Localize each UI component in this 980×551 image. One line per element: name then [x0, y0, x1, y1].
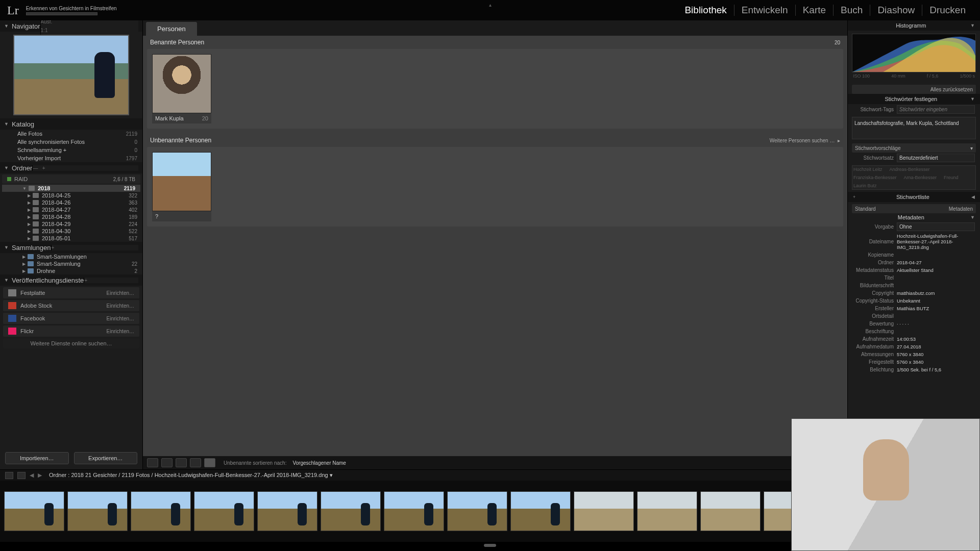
collection-row[interactable]: ▶Smart-Sammlungen — [0, 253, 142, 260]
tab-people[interactable]: Personen — [146, 22, 197, 36]
keywords-applied[interactable]: Landschaftsfotografie, Mark Kupla, Schot… — [852, 117, 976, 139]
catalog-header[interactable]: ▼ Katalog — [0, 118, 142, 130]
navigator-preview[interactable] — [0, 32, 142, 118]
nav-fwd-icon[interactable]: ▶ — [38, 472, 42, 479]
keyword-suggestion[interactable]: Hochzeit Leitz — [853, 167, 883, 172]
module-entwickeln[interactable]: Entwickeln — [734, 5, 795, 16]
catalog-row[interactable]: Schnellsammlung +0 — [0, 146, 142, 154]
keyword-suggestion[interactable]: Arna-Benkesser — [904, 175, 937, 180]
metadata-row[interactable]: Aufnahmezeit14:00:53 — [848, 335, 980, 343]
view-survey-button[interactable] — [190, 458, 201, 467]
filmstrip-thumb[interactable] — [447, 491, 507, 531]
folder-row[interactable]: ▶2018-05-01517 — [0, 235, 142, 242]
metadata-row[interactable]: Abmessungen5760 x 3840 — [848, 350, 980, 358]
collections-header[interactable]: ▼ Sammlungen + — [0, 242, 142, 253]
module-karte[interactable]: Karte — [795, 5, 833, 16]
filmstrip-thumb[interactable] — [4, 491, 64, 531]
folder-row[interactable]: ▶2018-04-30522 — [0, 228, 142, 235]
folder-row[interactable]: ▶2018-04-29224 — [0, 220, 142, 228]
metadata-row[interactable]: Ortsdetail — [848, 312, 980, 320]
filmstrip-thumb[interactable] — [510, 491, 571, 531]
filmstrip-thumb[interactable] — [321, 491, 381, 531]
keyword-set-select[interactable]: Benutzerdefiniert — [897, 154, 975, 162]
filmstrip-thumb[interactable] — [67, 491, 128, 531]
folders-header[interactable]: ▼ Ordner — + — [0, 162, 142, 173]
second-monitor-icon[interactable] — [5, 472, 13, 479]
person-card[interactable]: ? — [152, 152, 211, 221]
folder-row[interactable]: ▶2018-04-25322 — [0, 192, 142, 199]
filmstrip-thumb[interactable] — [194, 491, 254, 531]
folder-row[interactable]: ▶2018-04-28189 — [0, 213, 142, 220]
find-more-people[interactable]: Weitere Personen suchen … ▸ — [770, 138, 840, 143]
filmstrip-thumb[interactable] — [131, 491, 191, 531]
module-buch[interactable]: Buch — [833, 5, 870, 16]
grid-icon[interactable] — [17, 472, 26, 479]
module-bibliothek[interactable]: Bibliothek — [677, 5, 733, 16]
keyword-suggestions-header[interactable]: Stichwortvorschläge▾ — [852, 143, 976, 153]
keyword-suggestion[interactable]: Laurin Butz — [853, 183, 877, 188]
navigator-header[interactable]: ▼ Navigator Einp.Ausf.1:13:1 — [0, 20, 142, 32]
view-compare-button[interactable] — [176, 458, 187, 467]
keyword-suggestion[interactable]: Andreas-Benkesser — [890, 167, 930, 172]
metadata-row[interactable]: Beschriftung — [848, 328, 980, 335]
export-button[interactable]: Exportieren… — [74, 452, 138, 464]
folders-tools[interactable]: — + — [32, 165, 138, 171]
view-grid-button[interactable] — [147, 458, 158, 467]
folder-row[interactable]: ▶2018-04-27402 — [0, 206, 142, 213]
histogram[interactable] — [852, 34, 976, 72]
service-row[interactable]: FacebookEinrichten… — [3, 313, 139, 324]
metadata-row[interactable]: Aufnahmedatum27.04.2018 — [848, 343, 980, 350]
metadata-header[interactable]: Metadaten ▼ — [848, 213, 980, 221]
view-people-button[interactable] — [204, 458, 215, 467]
filmstrip-thumb[interactable] — [574, 491, 634, 531]
service-row[interactable]: Adobe StockEinrichten… — [3, 300, 139, 311]
keywording-header[interactable]: Stichwörter festlegen ▼ — [848, 94, 980, 104]
metadata-row[interactable]: Ordner2018-04-27 — [848, 259, 980, 266]
person-card[interactable]: Mark Kupla20 — [152, 54, 211, 123]
nav-mode[interactable]: Ausf. — [41, 20, 138, 24]
catalog-row[interactable]: Vorheriger Import1797 — [0, 154, 142, 162]
metadata-row[interactable]: Copyright-StatusUnbekannt — [848, 297, 980, 305]
metadata-row[interactable]: ErstellerMatthias BUTZ — [848, 305, 980, 312]
metadata-row[interactable]: Kopiename — [848, 251, 980, 259]
folder-year[interactable]: ▼ 2018 2119 — [2, 185, 140, 192]
import-button[interactable]: Importieren… — [5, 452, 69, 464]
keyword-tags-input[interactable]: Stichwörter eingeben — [897, 105, 975, 114]
sort-value[interactable]: Vorgeschlagener Name — [292, 460, 346, 466]
collections-add[interactable]: + — [51, 245, 138, 251]
collection-row[interactable]: ▶Smart-Sammlung22 — [0, 260, 142, 267]
service-row[interactable]: FlickrEinrichten… — [3, 325, 139, 337]
services-more[interactable]: Weitere Dienste online suchen… — [3, 338, 139, 348]
keywordlist-header[interactable]: + Stichwortliste ◀ — [848, 192, 980, 202]
metadata-preset-row[interactable]: Vorgabe Ohne — [848, 221, 980, 232]
metadata-row[interactable]: Copyrightmatthiasbutz.com — [848, 289, 980, 297]
services-header[interactable]: ▼ Veröffentlichungsdienste + — [0, 274, 142, 286]
nav-back-icon[interactable]: ◀ — [30, 472, 34, 479]
metadata-row[interactable]: Bewertung· · · · · — [848, 320, 980, 328]
filmstrip-thumb[interactable] — [637, 491, 697, 531]
filmstrip-thumb[interactable] — [700, 491, 761, 531]
metadata-row[interactable]: Titel — [848, 274, 980, 282]
panel-toggle-top[interactable]: ▴ — [489, 2, 492, 8]
metadata-row[interactable]: DateinameHochzeit-Ludwigshafen-Full-Benk… — [848, 232, 980, 251]
module-drucken[interactable]: Drucken — [922, 5, 973, 16]
filmstrip-path[interactable]: Ordner : 2018 21 Gesichter / 2119 Fotos … — [49, 472, 333, 479]
catalog-row[interactable]: Alle Fotos2119 — [0, 130, 142, 138]
view-loupe-button[interactable] — [161, 458, 173, 467]
metadata-row[interactable]: Bildunterschrift — [848, 282, 980, 289]
keyword-suggestion[interactable]: Freund — [944, 175, 959, 180]
module-diashow[interactable]: Diashow — [870, 5, 922, 16]
metadata-row[interactable]: MetadatenstatusAktuellster Stand — [848, 266, 980, 274]
volume-row[interactable]: RAID 2,6 / 8 TB — [2, 174, 140, 184]
catalog-row[interactable]: Alle synchronisierten Fotos0 — [0, 138, 142, 146]
service-row[interactable]: FestplatteEinrichten… — [3, 287, 139, 298]
filmstrip-thumb[interactable] — [384, 491, 444, 531]
histogram-header[interactable]: Histogramm ▼ — [848, 20, 980, 31]
reset-all-button[interactable]: Alles zurücksetzen — [852, 85, 976, 94]
collection-row[interactable]: ▶Drohne2 — [0, 267, 142, 274]
keyword-suggestion[interactable]: Franziska-Benkesser — [853, 175, 897, 180]
filmstrip-thumb[interactable] — [257, 491, 317, 531]
folder-row[interactable]: ▶2018-04-26363 — [0, 199, 142, 206]
services-add[interactable]: + — [84, 278, 138, 283]
metadata-row[interactable]: Belichtung1/500 Sek. bei f / 5,6 — [848, 366, 980, 373]
